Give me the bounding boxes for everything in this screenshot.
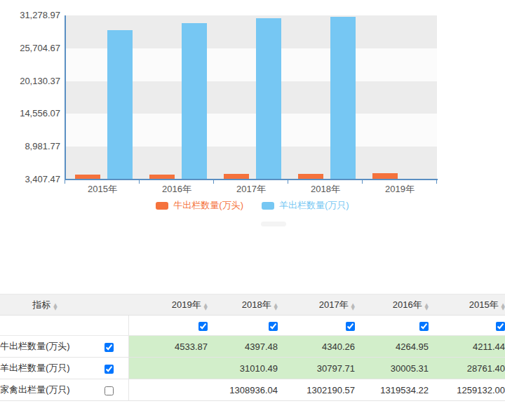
row-label: 家禽出栏量(万只) [0, 379, 90, 401]
row-label: 羊出栏数量(万只) [0, 358, 90, 379]
column-checkbox-2017年[interactable] [346, 322, 355, 331]
bar-sheep-0[interactable] [107, 30, 133, 179]
table-row-2: 家禽出栏量(万只)1308936.041302190.571319534.221… [0, 379, 505, 401]
y-axis-label: 31,278.97 [0, 10, 60, 20]
sort-icon[interactable]: ▲▼ [274, 304, 278, 311]
cell-value: 4264.95 [355, 336, 429, 358]
row-checkbox-2[interactable] [105, 386, 114, 395]
column-header-label: 2015年 [469, 299, 499, 310]
sort-icon[interactable]: ▲▼ [425, 304, 429, 311]
row-checkbox-cell [90, 379, 128, 401]
legend-item-sheep[interactable]: 羊出栏数量(万只) [262, 199, 349, 212]
sort-icon[interactable]: ▲▼ [351, 304, 355, 311]
cell-value [128, 358, 208, 379]
bar-sheep-1[interactable] [182, 23, 207, 179]
column-header-label: 2019年 [172, 299, 201, 310]
y-axis-label: 20,130.37 [0, 76, 60, 86]
x-axis-line [65, 179, 438, 180]
cell-value: 1302190.57 [278, 379, 355, 401]
bar-group-4 [363, 15, 437, 179]
y-axis-label: 25,704.67 [0, 43, 60, 53]
row-checkbox-cell [90, 336, 128, 358]
table-row-0: 牛出栏数量(万头)4533.874397.484340.264264.95421… [0, 336, 505, 358]
sort-down-icon: ▼ [53, 307, 57, 311]
sort-down-icon: ▼ [274, 307, 278, 311]
row-checkbox-cell [90, 358, 128, 379]
row-checkbox-0[interactable] [105, 343, 114, 352]
column-checkbox-cell [278, 316, 355, 336]
bar-group-1 [140, 15, 214, 179]
sort-icon[interactable]: ▲▼ [53, 304, 57, 311]
sort-down-icon: ▼ [204, 307, 208, 311]
bar-group-3 [288, 15, 363, 179]
cell-value: 30005.31 [355, 358, 429, 379]
data-table: 指标▲▼2019年▲▼2018年▲▼2017年▲▼2016年▲▼2015年▲▼ … [0, 294, 505, 401]
indicator-header-label: 指标 [32, 299, 50, 310]
bar-sheep-2[interactable] [256, 18, 281, 179]
cell-value: 1259132.00 [429, 379, 505, 401]
column-checkbox-cell [128, 316, 208, 336]
table-header-row: 指标▲▼2019年▲▼2018年▲▼2017年▲▼2016年▲▼2015年▲▼ [0, 294, 505, 316]
column-header-2017年[interactable]: 2017年▲▼ [278, 294, 355, 316]
chart-plot-area [65, 15, 437, 179]
y-axis-label: 8,981.77 [0, 141, 60, 151]
column-checkbox-2019年[interactable] [198, 322, 208, 331]
column-checkbox-cell [429, 316, 505, 336]
column-header-2019年[interactable]: 2019年▲▼ [128, 294, 208, 316]
bar-sheep-3[interactable] [330, 17, 356, 179]
sort-down-icon: ▼ [425, 307, 429, 311]
cell-value: 4211.44 [429, 336, 505, 358]
cell-value: 28761.40 [429, 358, 505, 379]
column-checkbox-2015年[interactable] [496, 322, 505, 331]
empty-cell [90, 316, 128, 336]
legend-label: 牛出栏数量(万头) [173, 199, 243, 212]
x-axis-label: 2016年 [140, 183, 214, 196]
table-body: 牛出栏数量(万头)4533.874397.484340.264264.95421… [0, 316, 505, 401]
sort-icon[interactable]: ▲▼ [501, 304, 505, 311]
cell-value: 4533.87 [128, 336, 208, 358]
y-axis-line [65, 15, 66, 180]
sort-icon[interactable]: ▲▼ [204, 304, 208, 311]
column-checkbox-row [0, 316, 505, 336]
column-header-label: 2017年 [319, 299, 349, 310]
row-checkbox-1[interactable] [105, 365, 114, 374]
bar-chart: 31,278.9725,704.6720,130.3714,556.078,98… [0, 0, 505, 217]
statistics-widget: 31,278.9725,704.6720,130.3714,556.078,98… [0, 0, 505, 420]
column-header-2018年[interactable]: 2018年▲▼ [208, 294, 278, 316]
x-axis-label: 2018年 [288, 183, 363, 196]
cell-value [128, 379, 208, 401]
y-axis-label: 14,556.07 [0, 108, 60, 118]
bar-group-2 [214, 15, 288, 179]
column-header-2016年[interactable]: 2016年▲▼ [355, 294, 429, 316]
legend-swatch-sheep [262, 202, 274, 210]
table-header: 指标▲▼2019年▲▼2018年▲▼2017年▲▼2016年▲▼2015年▲▼ [0, 294, 505, 316]
chart-scrollbar-thumb[interactable] [261, 222, 286, 226]
sort-down-icon: ▼ [351, 307, 355, 311]
cell-value: 31010.49 [208, 358, 278, 379]
cell-value: 4397.48 [208, 336, 278, 358]
column-header-label: 2016年 [393, 299, 422, 310]
sort-down-icon: ▼ [501, 307, 505, 311]
cell-value: 1308936.04 [208, 379, 278, 401]
empty-cell [0, 316, 90, 336]
column-checkbox-2018年[interactable] [269, 322, 278, 331]
legend-label: 羊出栏数量(万只) [279, 199, 349, 212]
column-header-2015年[interactable]: 2015年▲▼ [429, 294, 505, 316]
chart-legend: 牛出栏数量(万头)羊出栏数量(万只) [0, 199, 505, 212]
y-axis-label: 3,407.47 [0, 174, 60, 184]
cell-value: 4340.26 [278, 336, 355, 358]
row-label: 牛出栏数量(万头) [0, 336, 90, 358]
x-axis-label: 2015年 [65, 183, 140, 196]
checkbox-column-header [90, 294, 128, 316]
cell-value: 1319534.22 [355, 379, 429, 401]
column-checkbox-cell [355, 316, 429, 336]
bar-group-0 [65, 15, 140, 179]
x-axis-label: 2019年 [363, 183, 437, 196]
column-checkbox-cell [208, 316, 278, 336]
cell-value: 30797.71 [278, 358, 355, 379]
legend-item-cattle[interactable]: 牛出栏数量(万头) [156, 199, 243, 212]
column-checkbox-2016年[interactable] [419, 322, 429, 331]
column-header-label: 2018年 [242, 299, 271, 310]
table-row-1: 羊出栏数量(万只)31010.4930797.7130005.3128761.4… [0, 358, 505, 379]
indicator-header[interactable]: 指标▲▼ [0, 294, 90, 316]
